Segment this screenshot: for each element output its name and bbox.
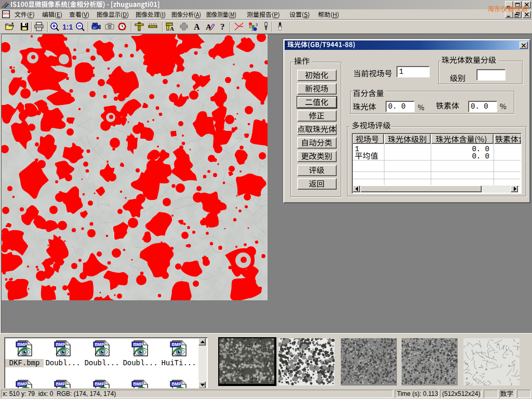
svg-text:2: 2 [251,28,254,31]
svg-text:DOC: DOC [3,12,10,15]
svg-text:?: ? [220,22,225,31]
svg-text:A: A [194,22,200,31]
svg-text:3: 3 [256,23,258,26]
svg-text:1: 1 [249,25,251,29]
svg-text:A: A [170,25,174,31]
